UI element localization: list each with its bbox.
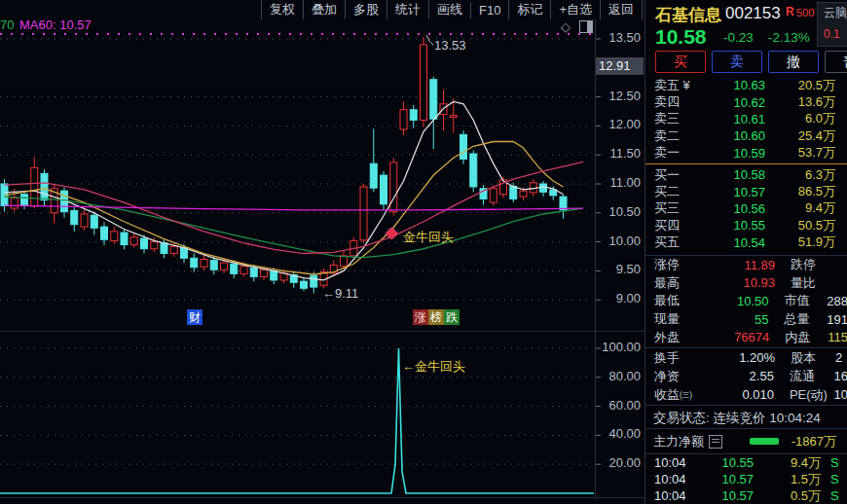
indicator-axis-label: 20.00 <box>596 455 641 470</box>
chart-region: 复权叠加多股统计画线F10标记+自选返回 70 MA60: 10.57 ◇ 13… <box>0 0 644 504</box>
toolbar-item-叠加[interactable]: 叠加 <box>303 0 345 19</box>
badge-die[interactable]: 跌 <box>444 309 460 325</box>
bid-row[interactable]: 买一10.586.3万 <box>645 166 847 183</box>
chart-toolbar: 复权叠加多股统计画线F10标记+自选返回 <box>261 0 643 19</box>
price-change-pct: -2.13% <box>768 30 810 45</box>
bid-row[interactable]: 买二10.5786.5万 <box>645 183 847 199</box>
stat-row: 现量55总量191 <box>645 310 847 329</box>
stock-code: 002153 <box>725 4 781 23</box>
main-force-bar <box>750 438 779 445</box>
book-separator <box>645 163 847 164</box>
toolbar-item-复权[interactable]: 复权 <box>261 0 303 19</box>
stat-row: 收益㈢0.010PE(动)10 <box>645 385 847 404</box>
buy-button[interactable]: 买 <box>655 51 706 73</box>
ask-row[interactable]: 卖二10.6025.4万 <box>645 127 847 144</box>
diamond-marker-icon[interactable]: ◇ <box>561 19 571 34</box>
tick-row: 10:0410.559.4万S <box>645 454 847 471</box>
main-force-label: 主力净额 <box>653 433 704 450</box>
stat-row: 最高10.93量比 <box>645 274 847 293</box>
kline-chart[interactable] <box>0 0 644 504</box>
tick-row: 10:0410.571.5万S <box>645 471 847 487</box>
price-axis-label: 12.00 <box>596 117 641 131</box>
toolbar-item-返回[interactable]: 返回 <box>600 0 643 19</box>
stats-block-1: 涨停11.89跌停最高10.93量比最低10.50市值288现量55总量191外… <box>645 255 847 346</box>
indicator-axis-label: 100.00 <box>596 340 641 354</box>
mini-widget-title: 云脑 <box>824 5 847 21</box>
price-axis-label: 9.50 <box>596 262 641 276</box>
signal-annotation-main: 金牛回头 <box>403 229 454 246</box>
badge-zhang[interactable]: 涨 <box>413 309 428 325</box>
tick-list: 10:0410.559.4万S10:0410.571.5万S10:0410.57… <box>645 453 847 504</box>
indicator-axis-label: 40.00 <box>596 426 641 441</box>
stat-row: 最低10.50市值288 <box>645 292 847 310</box>
price-axis-label: 10.00 <box>596 234 641 248</box>
price-axis-label: 12.91 <box>596 57 644 75</box>
trading-status: 交易状态: 连续竞价 10:04:24 <box>645 405 847 428</box>
ask-row[interactable]: 卖三10.616.0万 <box>645 111 847 127</box>
tick-row: 10:0410.570.5万S <box>645 487 847 504</box>
toolbar-item-多股[interactable]: 多股 <box>345 0 387 19</box>
stat-row: 外盘76674内盘115 <box>645 328 847 346</box>
list-icon[interactable] <box>709 435 722 449</box>
order-book: 卖五 ¥10.6320.5万卖四10.6213.6万卖三10.616.0万卖二1… <box>645 77 847 251</box>
bid-row[interactable]: 买三10.569.4万 <box>645 200 847 217</box>
signal-annotation-sub: ←金牛回头 <box>402 358 465 376</box>
stock-name: 石基信息 <box>655 4 721 26</box>
extra-button[interactable]: 普 <box>825 51 847 73</box>
index-tag: 500 <box>796 7 814 18</box>
quote-panel: 石基信息 002153 R 500 云脑 0.1 10.58 -0.23 -2.… <box>644 0 847 504</box>
bid-row[interactable]: 买四10.5550.5万 <box>645 217 847 234</box>
peak-price-annotation: 13.53 <box>434 38 466 53</box>
main-force-value: -1867万 <box>779 433 840 450</box>
price-axis-label: 10.50 <box>596 204 641 219</box>
price-axis-label: 11.00 <box>596 175 641 190</box>
badge-bang[interactable]: 榜 <box>428 309 444 325</box>
ask-row[interactable]: 卖四10.6213.6万 <box>645 93 847 110</box>
indicator-axis-label: 60.00 <box>596 398 641 413</box>
toolbar-item-统计[interactable]: 统计 <box>387 0 428 19</box>
toolbar-item-标记[interactable]: 标记 <box>508 0 550 19</box>
mini-widget[interactable]: 云脑 0.1 <box>817 2 847 47</box>
margin-tag: R <box>786 5 794 18</box>
stat-row: 净资2.55流通16 <box>645 367 847 385</box>
mini-widget-value: 0.1 <box>824 27 847 41</box>
toolbar-item-F10[interactable]: F10 <box>470 2 508 18</box>
badge-finance[interactable]: 财 <box>187 309 203 325</box>
price-axis-label: 11.50 <box>596 146 641 161</box>
ask-row[interactable]: 卖一10.5953.7万 <box>645 145 847 162</box>
split-window-icon[interactable] <box>579 20 593 33</box>
price-axis-label: 12.50 <box>596 89 641 103</box>
stat-row: 涨停11.89跌停 <box>645 256 847 274</box>
ma60-label: MA60: 10.57 <box>19 18 92 32</box>
gem-signal-icon: ◆ <box>386 223 397 241</box>
ask-row[interactable]: 卖五 ¥10.6320.5万 <box>645 77 847 93</box>
sell-button[interactable]: 卖 <box>712 51 762 73</box>
cancel-button[interactable]: 撤 <box>768 51 819 73</box>
stats-block-2: 换手1.20%股本2净资2.55流通16收益㈢0.010PE(动)10 <box>645 347 847 404</box>
indicator-axis-label: 80.00 <box>596 369 641 383</box>
chart-corner-icons: ◇ <box>561 19 593 34</box>
panel-divider <box>0 331 644 332</box>
bottom-divider <box>0 497 644 498</box>
toolbar-item-画线[interactable]: 画线 <box>428 0 470 19</box>
price-change: -0.23 <box>723 30 754 45</box>
low-price-annotation: ←9.11 <box>322 286 358 301</box>
ma-label-cut: 70 <box>0 18 14 32</box>
main-force-row: 主力净额 -1867万 <box>645 428 847 453</box>
app-root: 复权叠加多股统计画线F10标记+自选返回 70 MA60: 10.57 ◇ 13… <box>0 0 847 504</box>
stat-row: 换手1.20%股本2 <box>645 348 847 367</box>
trade-buttons: 买卖撤普 <box>645 51 847 74</box>
price-axis-label: 9.00 <box>596 291 641 306</box>
bid-row[interactable]: 买五10.5451.9万 <box>645 234 847 251</box>
toolbar-item-+自选[interactable]: +自选 <box>550 0 600 19</box>
last-price: 10.58 <box>655 25 707 49</box>
price-axis-label: 13.50 <box>596 30 641 45</box>
